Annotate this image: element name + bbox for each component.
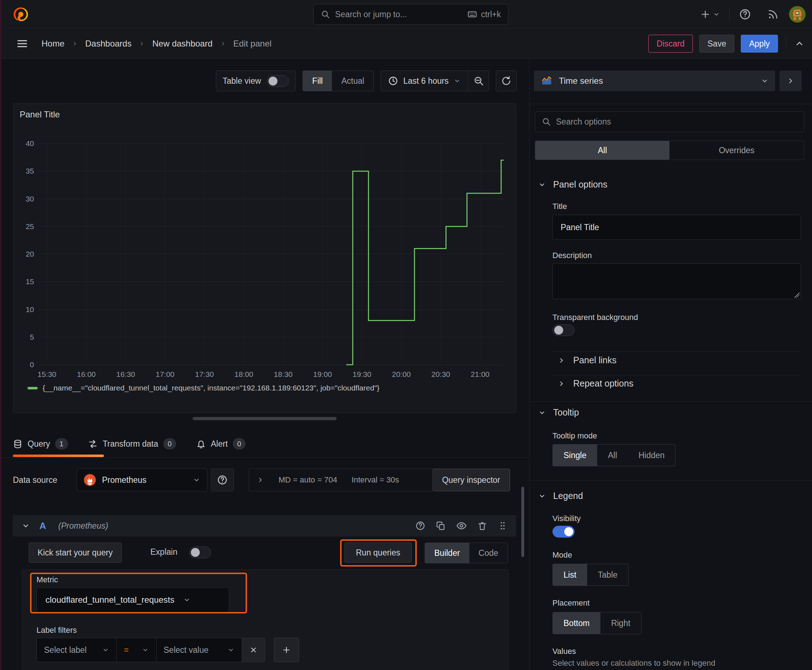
time-range-picker[interactable]: Last 6 hours bbox=[381, 71, 468, 91]
chevron-right-icon[interactable] bbox=[256, 476, 264, 484]
legend-swatch[interactable] bbox=[27, 387, 37, 389]
legend-table-option[interactable]: Table bbox=[587, 564, 628, 585]
datasource-help-button[interactable] bbox=[211, 469, 234, 491]
legend-list-option[interactable]: List bbox=[553, 564, 587, 585]
svg-text:17:00: 17:00 bbox=[156, 370, 175, 378]
panel-links-section[interactable]: Panel links bbox=[558, 355, 617, 365]
divider bbox=[0, 457, 529, 458]
description-textarea[interactable] bbox=[553, 264, 801, 299]
plus-icon bbox=[282, 645, 291, 655]
tab-query[interactable]: Query 1 bbox=[13, 438, 68, 450]
legend-values-hint: Select values or calculations to show in… bbox=[553, 658, 715, 668]
query-row-actions bbox=[415, 520, 508, 531]
tab-alert[interactable]: Alert 0 bbox=[196, 438, 246, 450]
legend-header[interactable]: Legend bbox=[538, 491, 583, 501]
breadcrumb-dashboards[interactable]: Dashboards bbox=[85, 39, 131, 49]
add-dropdown-caret[interactable] bbox=[713, 11, 720, 18]
grafana-logo[interactable] bbox=[12, 6, 29, 23]
discard-button[interactable]: Discard bbox=[648, 35, 693, 52]
chevron-down-icon bbox=[454, 77, 461, 85]
chevron-right-icon bbox=[786, 76, 795, 85]
save-button[interactable]: Save bbox=[699, 35, 734, 52]
clock-icon bbox=[388, 76, 398, 86]
tab-transform-data[interactable]: Transform data 0 bbox=[88, 438, 176, 450]
tab-all[interactable]: All bbox=[535, 141, 670, 160]
options-filter-tabs: All Overrides bbox=[535, 140, 804, 160]
avatar-image bbox=[789, 6, 805, 22]
fill-option[interactable]: Fill bbox=[303, 71, 332, 91]
tooltip-hidden-option[interactable]: Hidden bbox=[628, 445, 676, 466]
select-label-dropdown[interactable]: Select label bbox=[37, 638, 117, 662]
svg-text:20:30: 20:30 bbox=[431, 370, 450, 378]
zoom-out-icon bbox=[473, 76, 484, 86]
title-label: Title bbox=[553, 202, 567, 211]
breadcrumb-new-dashboard[interactable]: New dashboard bbox=[152, 39, 212, 49]
svg-text:15: 15 bbox=[26, 277, 34, 286]
scrollbar[interactable] bbox=[521, 487, 524, 557]
query-row-header[interactable]: A (Prometheus) bbox=[13, 515, 516, 536]
visualization-picker[interactable]: Time series bbox=[534, 71, 775, 91]
help-button[interactable] bbox=[739, 8, 751, 20]
trash-icon[interactable] bbox=[477, 521, 487, 531]
panel-options-header[interactable]: Panel options bbox=[538, 179, 608, 189]
title-input[interactable]: Panel Title bbox=[553, 215, 801, 240]
explain-label: Explain bbox=[150, 547, 177, 557]
refresh-button[interactable] bbox=[496, 71, 517, 91]
panel-title[interactable]: Panel Title bbox=[20, 110, 60, 120]
avatar[interactable] bbox=[789, 6, 805, 22]
legend-bottom-option[interactable]: Bottom bbox=[553, 612, 600, 634]
add-filter-button[interactable] bbox=[274, 638, 299, 662]
drag-handle-icon[interactable] bbox=[498, 521, 508, 531]
chevron-right-icon bbox=[139, 41, 145, 47]
query-inspector-button[interactable]: Query inspector bbox=[432, 469, 510, 491]
svg-text:21:00: 21:00 bbox=[471, 370, 490, 378]
tooltip-header[interactable]: Tooltip bbox=[538, 407, 579, 418]
builder-option[interactable]: Builder bbox=[425, 543, 470, 563]
max-data-points[interactable]: MD = auto = 704 bbox=[278, 475, 337, 485]
metric-select[interactable]: cloudflared_tunnel_total_requests bbox=[37, 587, 229, 612]
legend-placement-switch: Bottom Right bbox=[553, 612, 642, 634]
tooltip-single-option[interactable]: Single bbox=[553, 445, 597, 466]
table-view-toggle[interactable] bbox=[267, 75, 289, 87]
svg-text:18:00: 18:00 bbox=[234, 370, 253, 378]
resize-corner[interactable] bbox=[793, 292, 800, 298]
operator-dropdown[interactable]: = bbox=[116, 638, 156, 662]
transparent-background-toggle[interactable] bbox=[553, 324, 575, 336]
run-queries-button[interactable]: Run queries bbox=[344, 543, 412, 563]
options-search[interactable]: Search options bbox=[535, 111, 804, 132]
panel-toolbar: Table view Fill Actual Last 6 hours bbox=[0, 71, 517, 91]
datasource-picker[interactable]: Prometheus bbox=[76, 469, 207, 491]
svg-text:30: 30 bbox=[26, 195, 34, 203]
legend-right-option[interactable]: Right bbox=[600, 612, 641, 634]
legend-visibility-toggle[interactable] bbox=[553, 526, 575, 538]
apply-button[interactable]: Apply bbox=[741, 35, 778, 52]
toggle-viz-picker-button[interactable] bbox=[780, 71, 802, 91]
select-value-dropdown[interactable]: Select value bbox=[156, 638, 242, 662]
actual-option[interactable]: Actual bbox=[332, 71, 373, 91]
zoom-out-button[interactable] bbox=[468, 71, 489, 91]
kickstart-button[interactable]: Kick start your query bbox=[29, 543, 122, 563]
interval[interactable]: Interval = 30s bbox=[352, 475, 399, 485]
menu-button[interactable] bbox=[16, 37, 32, 50]
chevron-down-icon[interactable] bbox=[22, 521, 30, 530]
tooltip-all-option[interactable]: All bbox=[597, 445, 628, 466]
visualization-name: Time series bbox=[559, 76, 603, 86]
code-option[interactable]: Code bbox=[470, 543, 508, 563]
legend-series-name[interactable]: {__name__="cloudflared_tunnel_total_requ… bbox=[42, 384, 380, 392]
remove-filter-button[interactable] bbox=[242, 638, 265, 662]
repeat-options-section[interactable]: Repeat options bbox=[558, 378, 633, 389]
help-icon[interactable] bbox=[415, 521, 425, 531]
news-button[interactable] bbox=[767, 8, 779, 20]
duplicate-icon[interactable] bbox=[436, 521, 446, 531]
eye-icon[interactable] bbox=[456, 520, 467, 531]
add-button[interactable] bbox=[700, 9, 711, 20]
pane-resize-handle[interactable] bbox=[193, 417, 337, 420]
search-icon bbox=[542, 117, 551, 126]
svg-text:15:30: 15:30 bbox=[37, 370, 57, 378]
explain-toggle[interactable] bbox=[189, 546, 211, 558]
breadcrumb-home[interactable]: Home bbox=[42, 39, 64, 49]
collapse-options-button[interactable] bbox=[794, 38, 805, 49]
tab-overrides[interactable]: Overrides bbox=[670, 141, 804, 160]
search-placeholder: Search or jump to... bbox=[335, 10, 407, 19]
global-search[interactable]: Search or jump to... ctrl+k bbox=[313, 4, 509, 25]
